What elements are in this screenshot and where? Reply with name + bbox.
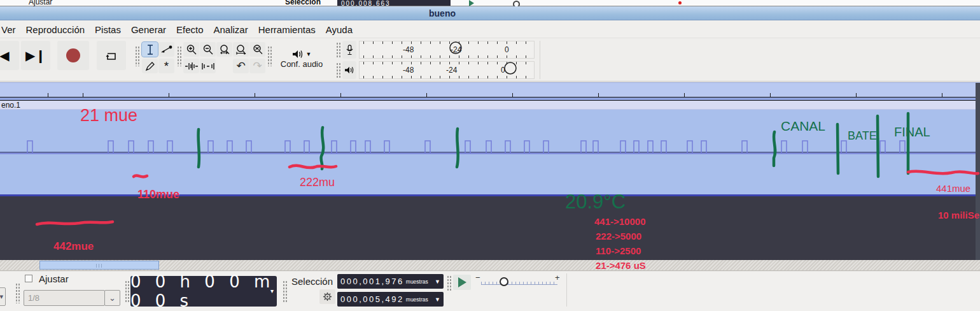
speed-slider-track[interactable] — [481, 282, 557, 285]
record-button[interactable] — [57, 41, 89, 70]
record-icon — [66, 48, 80, 62]
ajustar-checkbox[interactable] — [25, 275, 32, 282]
time-caret-icon: ▾ — [270, 287, 274, 294]
title-bar[interactable]: bueno — [0, 6, 980, 20]
time-grip[interactable] — [125, 280, 129, 303]
skip-end-button[interactable]: ▶❙ — [21, 41, 50, 70]
zoom-in-icon — [186, 44, 197, 55]
playback-meter[interactable]: -48 -24 0 — [359, 61, 535, 79]
tools-grip[interactable] — [177, 46, 181, 66]
edit-grip[interactable] — [267, 46, 272, 66]
red-annotation-text: 441->10000 — [594, 217, 646, 226]
silence-audio-button[interactable] — [200, 59, 216, 73]
speaker-small-icon — [344, 66, 354, 75]
red-annotation-text: 21->476 uS — [596, 261, 646, 270]
selection-start-value: 000,001,976 — [340, 277, 404, 286]
trim-audio-icon — [185, 62, 198, 71]
trim-audio-button[interactable] — [183, 59, 199, 73]
snap-combobox[interactable]: 1/8 — [24, 290, 105, 306]
waveform-track[interactable] — [0, 110, 976, 195]
audio-setup-button[interactable]: ▼ Conf. audio — [274, 41, 330, 76]
play-at-speed-button[interactable] — [453, 275, 471, 290]
transport-grip[interactable] — [135, 46, 139, 66]
menu-herramientas[interactable]: Herramientas — [253, 23, 321, 36]
selection-tool-button[interactable] — [142, 42, 158, 57]
horizontal-scrollbar[interactable] — [0, 260, 980, 271]
menu-generar[interactable]: Generar — [126, 23, 171, 36]
recording-meter[interactable]: -48 -24 0 — [359, 41, 535, 59]
snap-grip[interactable] — [15, 283, 20, 303]
multi-tool-icon: * — [164, 60, 169, 72]
zoom-toggle-button[interactable] — [249, 42, 265, 57]
menu-analizar[interactable]: Analizar — [209, 23, 253, 36]
play-speed-grip[interactable] — [447, 275, 451, 291]
time-display[interactable]: 0 0 h 0 0 m 0 0 s ▾ — [130, 276, 277, 307]
selection-settings-button[interactable] — [319, 289, 335, 304]
rec-scale-48: -48 — [403, 45, 414, 54]
red-annotation-text: 21 mue — [80, 107, 137, 124]
selection-end-arrow-icon[interactable]: ▼ — [435, 296, 440, 303]
menu-ver[interactable]: Ver — [1, 23, 21, 36]
timeline-ruler[interactable] — [0, 82, 980, 98]
envelope-tool-button[interactable] — [158, 42, 174, 57]
rec-meter-mic-button[interactable] — [342, 41, 356, 59]
zoom-selection-icon — [219, 44, 230, 55]
zoom-fit-button[interactable] — [233, 42, 249, 57]
redo-button[interactable]: ↷ — [249, 59, 265, 73]
audio-setup-label: Conf. audio — [281, 59, 323, 69]
bg-play-icon — [469, 0, 474, 6]
play-meter-grip[interactable] — [336, 62, 340, 78]
green-annotation-text: 20.9°C — [565, 192, 626, 212]
speed-slider-thumb[interactable] — [500, 277, 508, 286]
skip-start-button[interactable]: ◀ — [0, 41, 19, 70]
zoom-out-button[interactable] — [200, 42, 216, 57]
menu-efecto[interactable]: Efecto — [171, 23, 209, 36]
chevron-down-icon: ▼ — [306, 51, 312, 57]
horizontal-scrollbar-thumb[interactable] — [39, 261, 159, 270]
silence-audio-icon — [202, 62, 214, 71]
menu-ayuda[interactable]: Ayuda — [321, 23, 358, 36]
speaker-icon — [292, 49, 304, 59]
red-dot-mark — [678, 1, 682, 4]
clipped-combobox[interactable]: ▾ — [0, 287, 6, 306]
play-scale-48: -48 — [403, 66, 414, 75]
play-meter-speaker-button[interactable] — [342, 61, 356, 79]
selection-start-unit: muestras — [406, 278, 428, 285]
vertical-scrollbar[interactable] — [976, 83, 980, 260]
ibeam-icon — [146, 45, 155, 55]
undo-button[interactable]: ↶ — [233, 59, 249, 73]
zoom-out-icon — [202, 44, 214, 55]
loop-button[interactable] — [97, 41, 126, 70]
red-annotation-text: 441mue — [936, 184, 970, 193]
time-value: 0 0 h 0 0 m 0 0 s — [130, 272, 277, 310]
menu-pistas[interactable]: Pistas — [90, 23, 126, 36]
skip-start-icon: ◀ — [0, 49, 10, 62]
menu-reproduccion[interactable]: Reproducción — [21, 23, 90, 36]
red-annotation-text: 10 miliSe — [938, 210, 979, 220]
track-name-strip: eno.1 — [0, 101, 980, 110]
toolbar-separator — [540, 41, 540, 79]
redo-icon: ↷ — [253, 61, 262, 71]
selection-end-field[interactable]: 000,005,492 muestras ▼ — [337, 292, 444, 307]
selection-start-arrow-icon[interactable]: ▼ — [435, 278, 440, 285]
green-annotation-text: CANAL — [781, 119, 825, 133]
rec-meter-ticks-top — [363, 41, 530, 44]
play-meter-ticks-bottom — [363, 76, 530, 78]
toolbar: ◀ ▶❙ * — [0, 38, 980, 82]
draw-tool-button[interactable] — [142, 59, 158, 73]
scrollbar-thumb-grip — [96, 264, 104, 268]
rec-meter-grip[interactable] — [336, 42, 340, 57]
red-annotation-text: 222->5000 — [596, 231, 641, 241]
snap-combobox-arrow[interactable]: ⌄ — [104, 290, 120, 306]
skip-end-icon: ▶❙ — [25, 49, 46, 62]
zoom-selection-button[interactable] — [216, 42, 232, 57]
play-scale-0: 0 — [501, 66, 505, 75]
play-at-speed-icon — [458, 277, 466, 287]
selection-grip[interactable] — [283, 280, 287, 303]
zoom-in-button[interactable] — [183, 42, 199, 57]
red-annotation-text: 222mu — [300, 177, 335, 188]
multi-tool-button[interactable]: * — [158, 59, 174, 73]
selection-start-field[interactable]: 000,001,976 muestras ▼ — [337, 274, 444, 289]
zoom-fit-icon — [235, 44, 247, 55]
rec-scale-24: -24 — [451, 45, 461, 54]
